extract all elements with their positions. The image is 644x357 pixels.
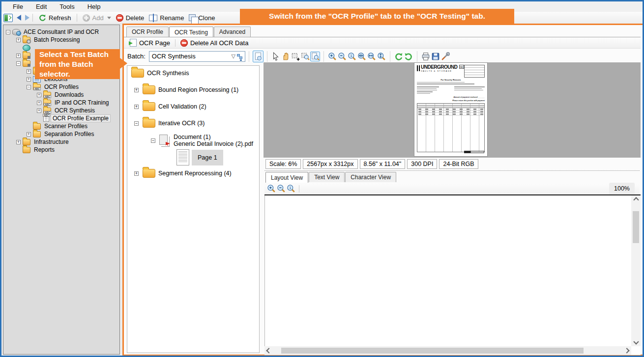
batch-selected-value: OCR Synthesis: [152, 53, 232, 60]
horizontal-scroll-thumb[interactable]: [281, 348, 584, 354]
tab-advanced[interactable]: Advanced: [214, 27, 251, 37]
tab-ocr-testing[interactable]: OCR Testing: [169, 27, 213, 37]
zoom-page-button[interactable]: [310, 52, 320, 61]
delete-all-ocr-data-button[interactable]: Delete All OCR Data: [177, 39, 252, 47]
scroll-left-button[interactable]: [264, 346, 273, 355]
menu-file[interactable]: File: [6, 3, 29, 10]
tree-item-ocr-synthesis[interactable]: OCR Synthesis: [3, 107, 119, 114]
batch-node-iterative-ocr[interactable]: Iterative OCR (3): [134, 119, 205, 128]
delete-button[interactable]: Delete: [114, 13, 147, 23]
chevron-down-icon[interactable]: ▽: [231, 53, 235, 59]
expand-icon[interactable]: [27, 132, 31, 137]
save-button[interactable]: [431, 52, 440, 61]
batch-node-document[interactable]: Document (1) Generic Detail Invoice (2).…: [151, 134, 253, 147]
tree-item-reports[interactable]: Reports: [3, 146, 119, 154]
zoom-actual-size-button[interactable]: 1: [347, 52, 357, 61]
tab-text-view[interactable]: Text View: [309, 172, 345, 182]
tree-item-separation-profiles[interactable]: Separation Profiles: [3, 130, 119, 138]
tree-item-ocr-profiles[interactable]: OCR Profiles: [3, 83, 119, 91]
rename-button[interactable]: Rename: [146, 13, 186, 23]
tab-character-view[interactable]: Character View: [345, 172, 396, 182]
zoom-out-button[interactable]: [337, 52, 347, 61]
tree-item-batch-processing[interactable]: Batch Processing: [3, 36, 119, 44]
expand-icon[interactable]: [16, 140, 21, 144]
forward-icon[interactable]: [25, 15, 29, 21]
batch-node-cell-validation[interactable]: Cell Validation (2): [134, 102, 206, 111]
print-button[interactable]: [421, 52, 431, 61]
clone-button[interactable]: Clone: [186, 13, 217, 23]
scroll-right-button[interactable]: [622, 346, 631, 355]
expand-icon[interactable]: [134, 171, 139, 176]
expand-icon[interactable]: [134, 105, 139, 109]
tree-item-ip-and-ocr-training[interactable]: IP and OCR Training: [3, 99, 119, 107]
folder-icon: [23, 60, 30, 67]
rotate-right-button[interactable]: [404, 52, 413, 61]
toggle-panel-icon[interactable]: [3, 14, 13, 22]
pan-tool-button[interactable]: [281, 52, 291, 61]
collapse-icon[interactable]: [6, 30, 10, 34]
hand-icon: [281, 52, 290, 61]
tools-icon: [441, 52, 450, 61]
menu-tools[interactable]: Tools: [53, 3, 81, 10]
rotate-left-button[interactable]: [394, 52, 404, 61]
add-button[interactable]: Add: [80, 13, 114, 23]
zoom-region-button[interactable]: [300, 52, 310, 61]
rename-icon: [149, 15, 157, 21]
tree-item-root[interactable]: ACE Consultant IP and OCR: [3, 28, 119, 36]
expand-icon[interactable]: [134, 88, 139, 92]
collapse-icon[interactable]: [134, 121, 139, 126]
batch-selector[interactable]: OCR Synthesis ▽: [149, 51, 245, 62]
collapse-icon[interactable]: [16, 61, 21, 66]
add-dropdown-icon[interactable]: [107, 17, 111, 19]
expand-icon[interactable]: [16, 54, 21, 58]
expand-icon[interactable]: [37, 93, 41, 97]
collapse-icon[interactable]: [151, 138, 155, 143]
menu-edit[interactable]: Edit: [29, 3, 53, 10]
batch-node-root[interactable]: OCR Synthesis: [131, 69, 189, 78]
scroll-down-button[interactable]: [631, 337, 641, 346]
menu-help[interactable]: Help: [81, 3, 107, 10]
document-preview-area[interactable]: UNDERGROUND VAULTS & STORAGE ISO For Sec…: [263, 62, 641, 158]
folder-icon: [23, 53, 30, 59]
tree-item-infrastructure[interactable]: Infrastructure: [3, 138, 119, 146]
batch-node-bound-region[interactable]: Bound Region Processing (1): [134, 85, 238, 94]
expand-icon[interactable]: [37, 109, 41, 113]
scroll-up-button[interactable]: [631, 195, 641, 204]
layout-view-canvas[interactable]: [264, 194, 641, 355]
refresh-button[interactable]: Refresh: [36, 13, 74, 23]
vertical-scroll-thumb[interactable]: [633, 211, 639, 243]
expand-icon[interactable]: [27, 69, 31, 74]
zoom-in-icon: [328, 52, 337, 61]
pointer-tool-button[interactable]: [271, 52, 281, 61]
layout-zoom-in-button[interactable]: [266, 184, 276, 193]
horizontal-scrollbar[interactable]: [264, 346, 631, 355]
zoom-out-icon: [338, 52, 347, 61]
select-region-button[interactable]: [291, 52, 300, 61]
collapse-icon[interactable]: [27, 85, 31, 89]
tree-item-ocr-profile-example[interactable]: OCR Profile Example: [3, 114, 119, 122]
zoom-in-button[interactable]: [327, 52, 337, 61]
back-icon[interactable]: [17, 15, 21, 21]
disc-icon: [23, 45, 30, 51]
tab-ocr-profile[interactable]: OCR Profile: [126, 27, 169, 37]
layout-canvas-content[interactable]: [264, 195, 631, 346]
expand-icon[interactable]: [16, 38, 21, 42]
invoice-page-preview[interactable]: UNDERGROUND VAULTS & STORAGE ISO For Sec…: [414, 62, 488, 157]
batch-node-segment-reprocessing[interactable]: Segment Reprocessing (4): [134, 169, 232, 178]
layout-zoom-actual-button[interactable]: 1: [286, 184, 296, 193]
zoom-fit-height-button[interactable]: [377, 52, 386, 61]
zoom-fit-width-button[interactable]: [367, 52, 377, 61]
settings-button[interactable]: [440, 52, 450, 61]
tab-layout-view[interactable]: Layout View: [265, 172, 308, 183]
tree-item-downloads[interactable]: Downloads: [3, 91, 119, 99]
batch-node-page-1[interactable]: Page 1: [176, 149, 223, 165]
ocr-page-button[interactable]: OCR Page: [127, 38, 173, 47]
expand-icon[interactable]: [27, 77, 31, 82]
layout-zoom-out-button[interactable]: [276, 184, 286, 193]
expand-icon[interactable]: [37, 101, 41, 105]
tree-item-scanner-profiles[interactable]: Scanner Profiles: [3, 122, 119, 130]
vertical-scrollbar[interactable]: [631, 195, 641, 346]
add-icon: [83, 14, 90, 22]
zoom-fit-button[interactable]: [357, 52, 367, 61]
page-info-toggle-button[interactable]: [253, 51, 263, 62]
